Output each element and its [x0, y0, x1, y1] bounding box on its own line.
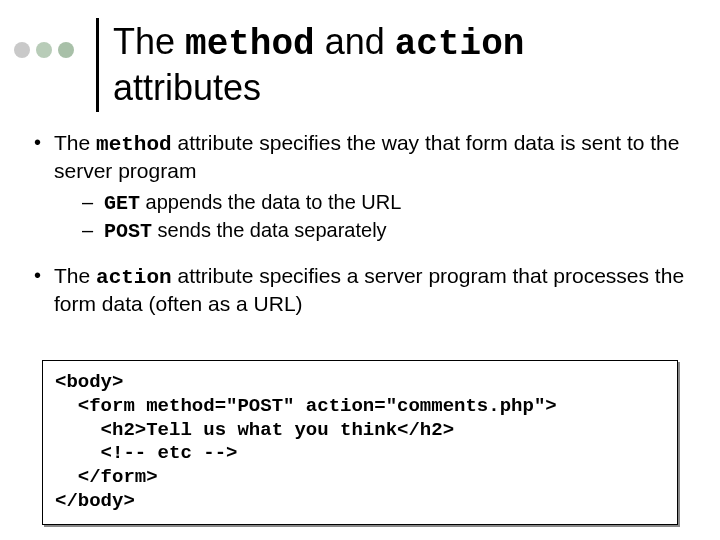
dot-icon: [14, 42, 30, 58]
title-text: The: [113, 21, 185, 62]
sub-bullet-item: POST sends the data separately: [82, 217, 696, 245]
code-line: </body>: [55, 490, 135, 512]
bullet-code: method: [96, 133, 172, 156]
code-example-box: <body> <form method="POST" action="comme…: [42, 360, 678, 525]
slide-title-line2: attributes: [113, 67, 524, 109]
dot-icon: [58, 42, 74, 58]
title-text: and: [315, 21, 395, 62]
bullet-item: The method attribute specifies the way t…: [28, 130, 696, 245]
dot-icon: [36, 42, 52, 58]
bullet-code: GET: [104, 192, 140, 215]
bullet-text: The: [54, 264, 96, 287]
bullet-item: The action attribute specifies a server …: [28, 263, 696, 316]
code-line: </form>: [55, 466, 158, 488]
code-line: <form method="POST" action="comments.php…: [55, 395, 557, 417]
bullet-text: The: [54, 131, 96, 154]
bullet-text: sends the data separately: [152, 219, 387, 241]
slide-content: The method attribute specifies the way t…: [28, 130, 696, 334]
title-code: action: [395, 24, 525, 65]
title-container: The method and action attributes: [96, 18, 524, 112]
bullet-list: The method attribute specifies the way t…: [28, 130, 696, 316]
bullet-code: POST: [104, 220, 152, 243]
code-line: <!-- etc -->: [55, 442, 237, 464]
code-line: <h2>Tell us what you think</h2>: [55, 419, 454, 441]
slide-title: The method and action: [113, 21, 524, 66]
sub-bullet-item: GET appends the data to the URL: [82, 189, 696, 217]
title-code: method: [185, 24, 315, 65]
bullet-text: appends the data to the URL: [140, 191, 401, 213]
bullet-code: action: [96, 266, 172, 289]
slide-header: The method and action attributes: [0, 18, 720, 108]
decorative-dots: [14, 42, 74, 58]
slide: The method and action attributes The met…: [0, 0, 720, 540]
code-line: <body>: [55, 371, 123, 393]
sub-bullet-list: GET appends the data to the URL POST sen…: [54, 189, 696, 245]
